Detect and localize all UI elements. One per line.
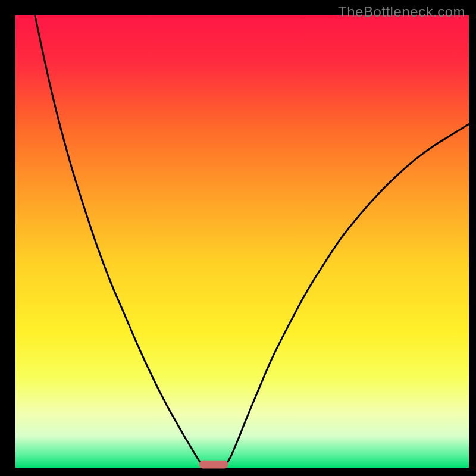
chart-container [0,0,476,476]
bottleneck-marker [199,461,228,469]
plot-area [15,15,469,468]
watermark-text: TheBottleneck.com [338,4,465,20]
chart-svg [0,0,476,476]
